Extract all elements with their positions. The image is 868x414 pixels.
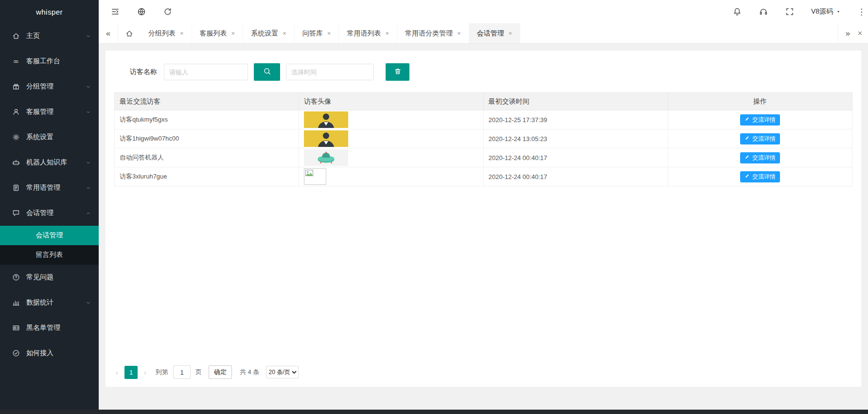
scroll-tabs-left-icon[interactable]: « bbox=[99, 23, 118, 43]
next-page-icon[interactable]: › bbox=[142, 368, 148, 377]
close-icon[interactable]: × bbox=[231, 30, 235, 36]
chat-detail-button[interactable]: 交流详情 bbox=[740, 152, 780, 163]
collapse-menu-icon[interactable] bbox=[110, 7, 120, 17]
sidebar-item-agent-management[interactable]: 客服管理 bbox=[0, 99, 99, 125]
avatar-cell bbox=[299, 167, 483, 186]
chevron-down-icon bbox=[86, 34, 91, 39]
topbar-left-icons bbox=[110, 7, 173, 17]
chat-detail-button[interactable]: 交流详情 bbox=[740, 171, 780, 182]
tab-item[interactable]: 系统设置× bbox=[243, 23, 295, 43]
headset-icon[interactable] bbox=[759, 7, 768, 17]
visitor-name-label: 访客名称 bbox=[130, 68, 157, 76]
home-icon bbox=[12, 32, 20, 40]
sidebar-item-robot-knowledge-base[interactable]: 机器人知识库 bbox=[0, 150, 99, 175]
sidebar-item-how-to-access[interactable]: 如何接入 bbox=[0, 341, 99, 366]
chat-detail-label: 交流详情 bbox=[752, 116, 776, 124]
close-icon[interactable]: × bbox=[457, 30, 461, 36]
sidebar: whisper 主页∞客服工作台分组管理客服管理系统设置机器人知识库常用语管理会… bbox=[0, 0, 99, 410]
visitor-name-input[interactable] bbox=[164, 64, 248, 80]
tab-item[interactable]: 分组列表× bbox=[141, 23, 192, 43]
home-tab[interactable] bbox=[118, 23, 141, 43]
tab-label: 常用语分类管理 bbox=[405, 29, 453, 38]
sidebar-item-blacklist-management[interactable]: 黑名单管理 bbox=[0, 315, 99, 341]
sidebar-item-label: 常见问题 bbox=[26, 273, 91, 282]
close-icon[interactable]: × bbox=[180, 30, 184, 36]
scroll-tabs-right-icon[interactable]: » bbox=[838, 23, 857, 43]
trash-icon bbox=[394, 68, 402, 77]
avatar-cell bbox=[299, 129, 483, 148]
sidebar-item-label: 客服管理 bbox=[26, 108, 86, 116]
sidebar-item-data-statistics[interactable]: 数据统计 bbox=[0, 290, 99, 315]
sidebar-item-agent-workbench[interactable]: ∞客服工作台 bbox=[0, 49, 99, 74]
blacklist-management-icon bbox=[12, 324, 20, 332]
chat-detail-label: 交流详情 bbox=[752, 173, 776, 181]
sidebar-item-label: 系统设置 bbox=[26, 133, 91, 142]
chat-detail-button[interactable]: 交流详情 bbox=[740, 133, 780, 144]
chevron-down-icon bbox=[86, 84, 91, 90]
notifications-icon[interactable] bbox=[732, 7, 742, 17]
refresh-icon[interactable] bbox=[163, 7, 173, 17]
table-header-row: 最近交流访客访客头像最初交谈时间操作 bbox=[115, 93, 852, 110]
tab-item[interactable]: 会话管理× bbox=[469, 23, 521, 43]
visitor-name-cell: 访客qtukmyf5gxs bbox=[115, 110, 299, 129]
sidebar-item-label: 分组管理 bbox=[26, 82, 86, 91]
sidebar-item-label: 常用语管理 bbox=[26, 183, 86, 192]
pencil-icon bbox=[744, 116, 750, 123]
prev-page-icon[interactable]: ‹ bbox=[114, 368, 120, 377]
sidebar-item-session-management[interactable]: 会话管理 bbox=[0, 200, 99, 226]
chevron-down-icon bbox=[86, 160, 91, 165]
pencil-icon bbox=[744, 135, 750, 142]
tab-label: 系统设置 bbox=[251, 29, 278, 38]
confirm-button[interactable]: 确定 bbox=[209, 365, 232, 379]
close-icon[interactable]: × bbox=[327, 30, 331, 36]
page-unit-label: 页 bbox=[195, 368, 202, 377]
close-icon[interactable]: × bbox=[283, 30, 286, 36]
visitor-avatar bbox=[304, 168, 326, 185]
tab-item[interactable]: 常用语分类管理× bbox=[397, 23, 469, 43]
search-button[interactable] bbox=[254, 63, 280, 81]
sidebar-item-home[interactable]: 主页 bbox=[0, 23, 99, 49]
visitor-avatar bbox=[304, 111, 348, 128]
pagination: ‹ 1 › 到第 页 确定 共 4 条 20 条/页 bbox=[114, 365, 299, 379]
app-window: whisper 主页∞客服工作台分组管理客服管理系统设置机器人知识库常用语管理会… bbox=[0, 0, 868, 414]
delete-button[interactable] bbox=[386, 63, 409, 81]
tab-item[interactable]: 常用语列表× bbox=[339, 23, 397, 43]
tab-label: 问答库 bbox=[302, 29, 323, 38]
chat-detail-button[interactable]: 交流详情 bbox=[740, 114, 780, 126]
open-tabs: 分组列表×客服列表×系统设置×问答库×常用语列表×常用语分类管理×会话管理× bbox=[141, 23, 520, 43]
faq-icon bbox=[12, 273, 20, 282]
sidebar-item-faq[interactable]: 常见问题 bbox=[0, 265, 99, 290]
current-page[interactable]: 1 bbox=[124, 366, 138, 379]
more-menu-icon[interactable]: ⋮ bbox=[857, 7, 862, 17]
action-cell: 交流详情 bbox=[668, 110, 852, 129]
tab-bar: « 分组列表×客服列表×系统设置×问答库×常用语列表×常用语分类管理×会话管理×… bbox=[99, 23, 868, 44]
first-chat-time-cell: 2020-12-24 13:05:23 bbox=[483, 129, 668, 148]
sidebar-item-phrase-management[interactable]: 常用语管理 bbox=[0, 175, 99, 200]
robot-knowledge-base-icon bbox=[12, 158, 20, 167]
sidebar-subitem[interactable]: 会话管理 bbox=[0, 226, 99, 245]
page-size-select[interactable]: 20 条/页 bbox=[266, 366, 299, 378]
source-dropdown-label: V8源码 bbox=[811, 7, 833, 16]
table-body: 访客qtukmyf5gxs2020-12-25 17:37:39交流详情访客1h… bbox=[115, 110, 852, 186]
close-icon[interactable]: × bbox=[509, 30, 513, 36]
bottom-bar bbox=[0, 410, 868, 414]
time-picker-input[interactable] bbox=[286, 64, 374, 80]
column-header: 最初交谈时间 bbox=[483, 93, 668, 110]
action-cell: 交流详情 bbox=[668, 167, 852, 186]
sidebar-item-label: 客服工作台 bbox=[26, 57, 91, 66]
table-row: 访客1higwi9w07hc002020-12-24 13:05:23交流详情 bbox=[115, 129, 852, 148]
close-icon[interactable]: ✕ bbox=[857, 23, 868, 43]
sidebar-subitem[interactable]: 留言列表 bbox=[0, 245, 99, 265]
close-icon[interactable]: × bbox=[385, 30, 389, 36]
sidebar-item-system-settings[interactable]: 系统设置 bbox=[0, 125, 99, 150]
tab-label: 会话管理 bbox=[477, 29, 504, 38]
tab-item[interactable]: 问答库× bbox=[295, 23, 339, 43]
chevron-down-icon bbox=[86, 185, 91, 191]
goto-page-input[interactable] bbox=[173, 365, 191, 379]
tab-item[interactable]: 客服列表× bbox=[192, 23, 244, 43]
fullscreen-icon[interactable] bbox=[785, 7, 795, 17]
chevron-down-icon bbox=[86, 300, 91, 306]
sidebar-item-group-management[interactable]: 分组管理 bbox=[0, 74, 99, 99]
source-dropdown[interactable]: V8源码 bbox=[811, 7, 841, 16]
globe-icon[interactable] bbox=[137, 7, 146, 17]
